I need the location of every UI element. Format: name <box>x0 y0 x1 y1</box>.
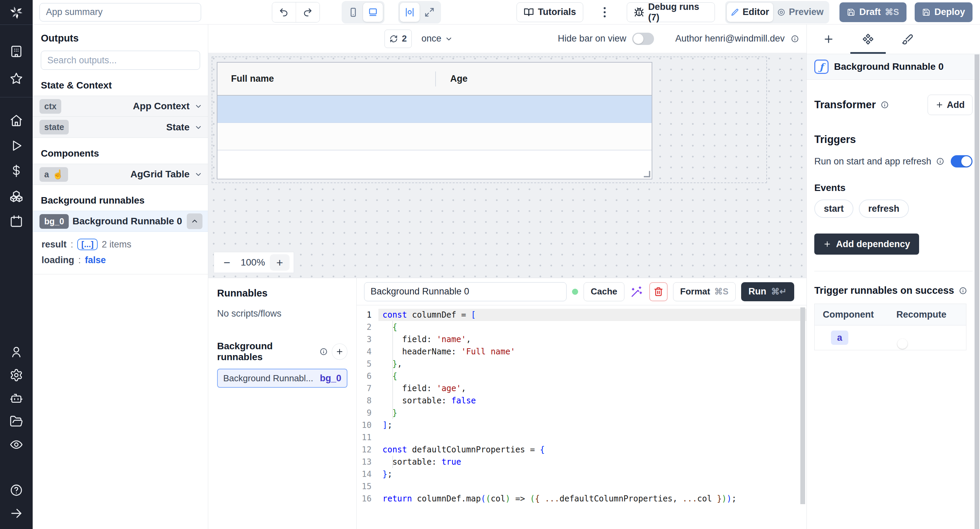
code-line[interactable]: { <box>379 321 807 333</box>
audit-eye-icon[interactable] <box>7 435 26 454</box>
collapse-chevron-up-button[interactable] <box>187 214 202 229</box>
code-line[interactable]: ]; <box>379 419 807 431</box>
runnable-status-dot <box>572 289 578 295</box>
code-line[interactable]: const columnDef = [ <box>379 309 807 321</box>
code-line[interactable]: }, <box>379 358 807 370</box>
add-background-runnable-button[interactable] <box>332 344 347 360</box>
code-line[interactable]: { <box>379 370 807 382</box>
resize-handle[interactable] <box>644 171 650 177</box>
collapse-sidebar-arrow-icon[interactable] <box>7 504 26 523</box>
home-icon[interactable] <box>7 111 26 130</box>
folders-icon[interactable] <box>7 412 26 431</box>
runnables-title: Runnables <box>217 288 347 299</box>
output-row-state[interactable]: state State <box>33 117 208 138</box>
draft-button[interactable]: Draft ⌘S <box>840 2 907 22</box>
table-header-full-name[interactable]: Full name <box>218 63 435 95</box>
workspace-building-icon[interactable] <box>7 42 26 61</box>
schedules-calendar-icon[interactable] <box>7 212 26 231</box>
kebab-menu-icon[interactable] <box>601 7 608 18</box>
styling-tab[interactable] <box>888 24 927 54</box>
aggrid-table-component[interactable]: Full name Age <box>217 62 652 179</box>
result-expand-pill[interactable]: [...] <box>77 239 98 250</box>
delete-runnable-button[interactable] <box>649 282 668 301</box>
settings-gear-icon[interactable] <box>7 366 26 385</box>
redo-button[interactable] <box>296 2 320 22</box>
code-line[interactable]: field: 'name', <box>379 333 807 346</box>
deploy-button[interactable]: Deploy <box>915 2 972 22</box>
variables-dollar-icon[interactable] <box>7 161 26 180</box>
chevron-down-icon[interactable] <box>194 170 202 178</box>
refresh-count-button[interactable]: 2 <box>385 30 412 48</box>
output-row-component-a[interactable]: a☝ AgGrid Table <box>33 164 208 185</box>
chevron-down-icon[interactable] <box>194 123 202 131</box>
line-number: 4 <box>356 346 379 358</box>
code-lines[interactable]: const columnDef = [ { field: 'name', hea… <box>379 309 807 529</box>
runs-play-icon[interactable] <box>7 136 26 155</box>
code-line[interactable]: return columnDef.map((col) => ({ ...defa… <box>379 492 807 505</box>
run-button[interactable]: Run ⌘↵ <box>741 282 794 301</box>
ai-wand-icon[interactable] <box>630 285 644 298</box>
search-outputs-input[interactable] <box>41 51 200 70</box>
background-runnable-item[interactable]: Background Runnabl... bg_0 <box>217 369 347 388</box>
code-line[interactable] <box>379 431 807 443</box>
favorites-star-icon[interactable] <box>7 69 26 88</box>
zoom-out-button[interactable]: − <box>218 256 236 269</box>
component-a-badge[interactable]: a <box>831 331 848 345</box>
divider <box>814 271 972 271</box>
code-line[interactable]: const defaultColumnProperties = { <box>379 443 807 456</box>
chevron-down-icon[interactable] <box>194 102 202 110</box>
runnable-name-input[interactable] <box>364 282 566 301</box>
full-width-layout-button[interactable] <box>420 3 439 22</box>
editor-tab[interactable]: Editor <box>727 3 773 22</box>
components-settings-tab[interactable] <box>848 24 888 54</box>
user-icon[interactable] <box>7 343 26 362</box>
output-row-bg0[interactable]: bg_0 Background Runnable 0 <box>33 211 208 232</box>
add-dependency-button[interactable]: Add dependency <box>814 234 919 255</box>
windmill-logo-icon[interactable] <box>0 0 33 24</box>
table-row[interactable] <box>218 96 652 123</box>
tutorials-button[interactable]: Tutorials <box>517 2 583 22</box>
mobile-view-button[interactable] <box>343 3 363 22</box>
output-row-ctx[interactable]: ctx App Context <box>33 96 208 117</box>
add-transformer-button[interactable]: Add <box>928 95 972 115</box>
code-line[interactable]: sortable: false <box>379 395 807 407</box>
format-button[interactable]: Format ⌘S <box>673 282 736 301</box>
windmill-app-editor: Tutorials Debug runs (7) Editor Preview … <box>0 0 980 529</box>
code-line[interactable]: }; <box>379 468 807 480</box>
zoom-in-button[interactable]: + <box>270 254 290 271</box>
table-header-age[interactable]: Age <box>435 63 652 95</box>
code-scrollbar[interactable] <box>800 308 805 504</box>
code-editor[interactable]: 12345678910111213141516 const columnDef … <box>356 305 807 529</box>
run-on-start-toggle[interactable] <box>951 155 972 167</box>
info-icon[interactable] <box>881 101 889 109</box>
app-canvas[interactable]: Full name Age − 100% + <box>208 53 807 278</box>
inspector-header-title: Background Runnable 0 <box>834 61 943 72</box>
code-line[interactable] <box>379 480 807 492</box>
frequency-dropdown[interactable]: once <box>421 33 453 44</box>
app-summary-input[interactable] <box>40 3 201 21</box>
inspector-scrollbar[interactable] <box>975 54 979 529</box>
info-icon[interactable] <box>320 347 328 356</box>
code-line[interactable]: sortable: true <box>379 456 807 468</box>
code-line[interactable]: field: 'age', <box>379 382 807 395</box>
cache-button[interactable]: Cache <box>584 282 624 301</box>
line-number: 7 <box>356 382 379 395</box>
line-number: 12 <box>356 443 379 456</box>
outputs-title: Outputs <box>41 33 208 44</box>
preview-tab[interactable]: Preview <box>773 3 827 22</box>
undo-button[interactable] <box>272 2 296 22</box>
desktop-view-button[interactable] <box>363 3 383 22</box>
info-icon[interactable] <box>791 35 799 43</box>
hide-bar-toggle[interactable] <box>632 33 654 45</box>
info-icon[interactable] <box>936 157 944 166</box>
resources-cubes-icon[interactable] <box>7 186 26 206</box>
add-component-tab[interactable] <box>809 24 848 54</box>
help-icon[interactable] <box>7 481 26 500</box>
debug-runs-button[interactable]: Debug runs (7) <box>627 2 715 22</box>
workers-robot-icon[interactable] <box>7 389 26 408</box>
centered-layout-button[interactable] <box>400 3 420 22</box>
code-line[interactable]: headerName: 'Full name' <box>379 346 807 358</box>
table-row[interactable] <box>218 123 652 150</box>
info-icon[interactable] <box>959 287 967 295</box>
code-line[interactable]: } <box>379 407 807 419</box>
